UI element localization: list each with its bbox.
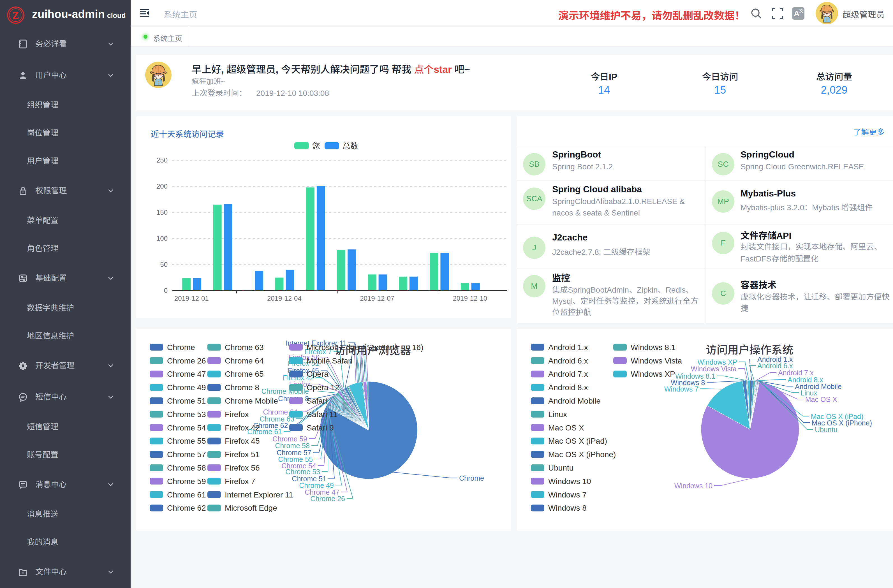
svg-text:访问用户浏览器: 访问用户浏览器 — [334, 344, 411, 356]
svg-text:150: 150 — [156, 209, 168, 216]
svg-text:Firefox 7: Firefox 7 — [225, 477, 256, 486]
svg-text:Safari 9: Safari 9 — [307, 424, 334, 432]
svg-text:Chrome: Chrome — [167, 343, 195, 352]
svg-text:Chrome 53: Chrome 53 — [167, 410, 206, 419]
svg-text:Chrome 57: Chrome 57 — [277, 449, 311, 457]
svg-text:Windows 8: Windows 8 — [548, 504, 587, 512]
svg-text:Chrome: Chrome — [459, 474, 484, 482]
svg-text:Chrome 58: Chrome 58 — [275, 442, 310, 450]
svg-text:Chrome 59: Chrome 59 — [167, 477, 206, 486]
svg-text:Chrome 61: Chrome 61 — [167, 490, 206, 499]
svg-text:Firefox 56: Firefox 56 — [225, 463, 260, 472]
svg-text:250: 250 — [156, 156, 168, 164]
svg-text:Windows XP: Windows XP — [631, 370, 675, 378]
svg-text:Chrome 65: Chrome 65 — [225, 370, 264, 378]
svg-text:50: 50 — [160, 261, 168, 268]
svg-text:A: A — [794, 9, 799, 18]
svg-text:Mac OS X: Mac OS X — [805, 396, 837, 403]
svg-text:Windows 7: Windows 7 — [664, 385, 699, 393]
svg-text:Chrome 26: Chrome 26 — [167, 356, 206, 365]
svg-text:2019-12-01: 2019-12-01 — [174, 295, 209, 302]
svg-text:0: 0 — [164, 287, 168, 294]
svg-text:2019-12-10: 2019-12-10 — [453, 295, 487, 302]
svg-text:Windows Vista: Windows Vista — [691, 365, 737, 373]
svg-text:Chrome 8: Chrome 8 — [225, 383, 259, 392]
svg-text:总数: 总数 — [343, 142, 358, 150]
svg-text:Mac OS X (iPad): Mac OS X (iPad) — [548, 437, 607, 445]
svg-text:Mac OS X (iPhone): Mac OS X (iPhone) — [548, 450, 616, 459]
svg-text:Windows 10: Windows 10 — [548, 477, 591, 486]
svg-text:Firefox: Firefox — [225, 410, 249, 419]
svg-text:Chrome 58: Chrome 58 — [167, 463, 206, 472]
svg-text:Android 8.x: Android 8.x — [548, 383, 588, 392]
svg-text:Android 7.x: Android 7.x — [778, 369, 814, 377]
svg-text:Firefox 51: Firefox 51 — [225, 450, 260, 459]
svg-text:Windows 10: Windows 10 — [674, 482, 713, 490]
svg-text:Safari 11: Safari 11 — [307, 410, 337, 419]
svg-text:Chrome 57: Chrome 57 — [167, 450, 206, 459]
svg-text:Android 1.x: Android 1.x — [548, 343, 588, 352]
svg-text:Microsoft Edge: Microsoft Edge — [225, 504, 277, 512]
svg-text:16): 16) — [412, 343, 423, 352]
svg-text:Windows 7: Windows 7 — [548, 490, 587, 499]
svg-text:Chrome 63: Chrome 63 — [225, 343, 264, 352]
svg-text:Ubuntu: Ubuntu — [815, 426, 837, 433]
svg-text:100: 100 — [156, 235, 168, 242]
svg-text:Chrome 49: Chrome 49 — [299, 481, 334, 489]
svg-text:Opera: Opera — [307, 370, 329, 378]
svg-text:Ubuntu: Ubuntu — [548, 463, 573, 472]
svg-text:200: 200 — [156, 182, 168, 190]
svg-text:Mobile Safari: Mobile Safari — [307, 356, 352, 365]
svg-text:Windows Vista: Windows Vista — [631, 356, 682, 365]
svg-text:Android Mobile: Android Mobile — [548, 397, 601, 405]
svg-text:Safari: Safari — [307, 397, 327, 405]
svg-text:Firefox 45: Firefox 45 — [225, 437, 260, 445]
svg-text:Chrome 63: Chrome 63 — [260, 415, 294, 423]
svg-text:Chrome 51: Chrome 51 — [292, 475, 326, 483]
svg-text:2019-12-04: 2019-12-04 — [267, 295, 302, 302]
svg-text:Android 6.x: Android 6.x — [548, 356, 588, 365]
svg-text:Chrome 55: Chrome 55 — [278, 456, 313, 463]
svg-text:Chrome 47: Chrome 47 — [305, 488, 340, 496]
svg-text:访问用户操作系统: 访问用户操作系统 — [706, 344, 793, 356]
svg-text:Chrome 47: Chrome 47 — [167, 370, 206, 378]
svg-text:Firefox 42: Firefox 42 — [225, 424, 260, 432]
svg-text:文: 文 — [799, 9, 804, 14]
svg-text:Windows 8.1: Windows 8.1 — [631, 343, 675, 352]
svg-text:Chrome 62: Chrome 62 — [167, 504, 206, 512]
svg-text:Chrome 54: Chrome 54 — [167, 424, 206, 432]
svg-text:Opera 12: Opera 12 — [307, 383, 340, 392]
svg-text:近十天系统访问记录: 近十天系统访问记录 — [151, 130, 224, 139]
svg-text:Android 7.x: Android 7.x — [548, 370, 588, 378]
svg-text:Mac OS X: Mac OS X — [548, 424, 584, 432]
svg-text:Z: Z — [12, 10, 19, 21]
svg-text:您: 您 — [312, 142, 320, 150]
svg-text:Chrome 55: Chrome 55 — [167, 437, 206, 445]
svg-text:Chrome 64: Chrome 64 — [225, 356, 264, 365]
svg-text:Chrome Mobile: Chrome Mobile — [225, 397, 278, 405]
svg-text:Chrome 51: Chrome 51 — [167, 397, 206, 405]
svg-text:2019-12-07: 2019-12-07 — [360, 295, 394, 302]
svg-text:Linux: Linux — [548, 410, 567, 419]
svg-text:Android 6.x: Android 6.x — [757, 362, 793, 370]
svg-text:Chrome 59: Chrome 59 — [272, 435, 307, 443]
svg-text:Chrome 49: Chrome 49 — [167, 383, 206, 392]
svg-text:Internet Explorer 11: Internet Explorer 11 — [225, 490, 293, 499]
